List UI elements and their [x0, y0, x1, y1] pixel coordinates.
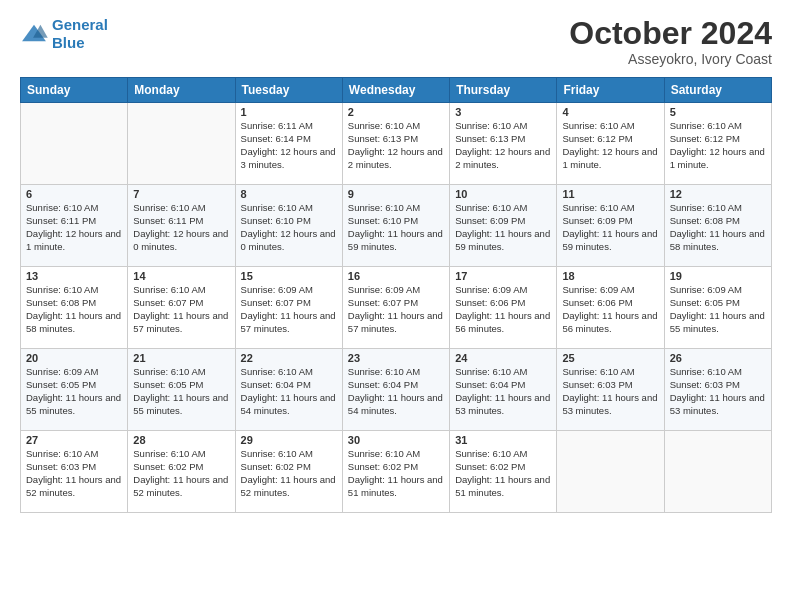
day-info: Sunrise: 6:10 AMSunset: 6:11 PMDaylight:… [133, 202, 229, 253]
logo-icon [20, 23, 48, 45]
calendar-week-4: 20Sunrise: 6:09 AMSunset: 6:05 PMDayligh… [21, 349, 772, 431]
calendar-cell [21, 103, 128, 185]
day-number: 23 [348, 352, 444, 364]
day-info: Sunrise: 6:10 AMSunset: 6:12 PMDaylight:… [562, 120, 658, 171]
day-number: 26 [670, 352, 766, 364]
calendar-cell: 17Sunrise: 6:09 AMSunset: 6:06 PMDayligh… [450, 267, 557, 349]
calendar-cell: 1Sunrise: 6:11 AMSunset: 6:14 PMDaylight… [235, 103, 342, 185]
day-info: Sunrise: 6:10 AMSunset: 6:08 PMDaylight:… [26, 284, 122, 335]
calendar-cell: 25Sunrise: 6:10 AMSunset: 6:03 PMDayligh… [557, 349, 664, 431]
day-info: Sunrise: 6:10 AMSunset: 6:10 PMDaylight:… [348, 202, 444, 253]
col-sunday: Sunday [21, 78, 128, 103]
day-number: 11 [562, 188, 658, 200]
day-info: Sunrise: 6:09 AMSunset: 6:05 PMDaylight:… [26, 366, 122, 417]
calendar-cell: 18Sunrise: 6:09 AMSunset: 6:06 PMDayligh… [557, 267, 664, 349]
day-info: Sunrise: 6:10 AMSunset: 6:03 PMDaylight:… [562, 366, 658, 417]
day-number: 8 [241, 188, 337, 200]
location-subtitle: Asseyokro, Ivory Coast [569, 51, 772, 67]
calendar-cell: 19Sunrise: 6:09 AMSunset: 6:05 PMDayligh… [664, 267, 771, 349]
calendar-cell: 27Sunrise: 6:10 AMSunset: 6:03 PMDayligh… [21, 431, 128, 513]
calendar-cell: 2Sunrise: 6:10 AMSunset: 6:13 PMDaylight… [342, 103, 449, 185]
calendar-cell: 21Sunrise: 6:10 AMSunset: 6:05 PMDayligh… [128, 349, 235, 431]
day-number: 4 [562, 106, 658, 118]
month-title: October 2024 [569, 16, 772, 51]
day-number: 15 [241, 270, 337, 282]
day-info: Sunrise: 6:10 AMSunset: 6:03 PMDaylight:… [670, 366, 766, 417]
calendar-cell: 13Sunrise: 6:10 AMSunset: 6:08 PMDayligh… [21, 267, 128, 349]
col-wednesday: Wednesday [342, 78, 449, 103]
day-info: Sunrise: 6:10 AMSunset: 6:09 PMDaylight:… [455, 202, 551, 253]
col-friday: Friday [557, 78, 664, 103]
calendar-cell: 30Sunrise: 6:10 AMSunset: 6:02 PMDayligh… [342, 431, 449, 513]
calendar-week-1: 1Sunrise: 6:11 AMSunset: 6:14 PMDaylight… [21, 103, 772, 185]
page: General Blue October 2024 Asseyokro, Ivo… [0, 0, 792, 612]
day-number: 2 [348, 106, 444, 118]
logo-text: General Blue [52, 16, 108, 52]
calendar-cell: 3Sunrise: 6:10 AMSunset: 6:13 PMDaylight… [450, 103, 557, 185]
logo: General Blue [20, 16, 108, 52]
day-info: Sunrise: 6:10 AMSunset: 6:02 PMDaylight:… [455, 448, 551, 499]
calendar-cell: 26Sunrise: 6:10 AMSunset: 6:03 PMDayligh… [664, 349, 771, 431]
day-info: Sunrise: 6:10 AMSunset: 6:02 PMDaylight:… [348, 448, 444, 499]
day-info: Sunrise: 6:10 AMSunset: 6:05 PMDaylight:… [133, 366, 229, 417]
calendar-cell: 14Sunrise: 6:10 AMSunset: 6:07 PMDayligh… [128, 267, 235, 349]
day-number: 28 [133, 434, 229, 446]
col-thursday: Thursday [450, 78, 557, 103]
day-info: Sunrise: 6:09 AMSunset: 6:06 PMDaylight:… [562, 284, 658, 335]
day-info: Sunrise: 6:10 AMSunset: 6:12 PMDaylight:… [670, 120, 766, 171]
day-number: 13 [26, 270, 122, 282]
day-info: Sunrise: 6:10 AMSunset: 6:10 PMDaylight:… [241, 202, 337, 253]
day-info: Sunrise: 6:09 AMSunset: 6:07 PMDaylight:… [241, 284, 337, 335]
day-info: Sunrise: 6:10 AMSunset: 6:03 PMDaylight:… [26, 448, 122, 499]
calendar-cell: 5Sunrise: 6:10 AMSunset: 6:12 PMDaylight… [664, 103, 771, 185]
day-number: 27 [26, 434, 122, 446]
calendar-cell: 7Sunrise: 6:10 AMSunset: 6:11 PMDaylight… [128, 185, 235, 267]
day-info: Sunrise: 6:10 AMSunset: 6:11 PMDaylight:… [26, 202, 122, 253]
calendar-cell [557, 431, 664, 513]
day-number: 7 [133, 188, 229, 200]
logo-blue: Blue [52, 34, 85, 51]
day-info: Sunrise: 6:10 AMSunset: 6:02 PMDaylight:… [133, 448, 229, 499]
day-number: 19 [670, 270, 766, 282]
day-number: 16 [348, 270, 444, 282]
day-number: 21 [133, 352, 229, 364]
day-info: Sunrise: 6:10 AMSunset: 6:09 PMDaylight:… [562, 202, 658, 253]
day-number: 30 [348, 434, 444, 446]
calendar-header: Sunday Monday Tuesday Wednesday Thursday… [21, 78, 772, 103]
col-saturday: Saturday [664, 78, 771, 103]
day-info: Sunrise: 6:10 AMSunset: 6:08 PMDaylight:… [670, 202, 766, 253]
day-info: Sunrise: 6:09 AMSunset: 6:05 PMDaylight:… [670, 284, 766, 335]
calendar-cell [664, 431, 771, 513]
calendar-cell: 4Sunrise: 6:10 AMSunset: 6:12 PMDaylight… [557, 103, 664, 185]
day-number: 1 [241, 106, 337, 118]
calendar-cell: 8Sunrise: 6:10 AMSunset: 6:10 PMDaylight… [235, 185, 342, 267]
day-info: Sunrise: 6:10 AMSunset: 6:04 PMDaylight:… [241, 366, 337, 417]
day-info: Sunrise: 6:10 AMSunset: 6:04 PMDaylight:… [348, 366, 444, 417]
weekday-row: Sunday Monday Tuesday Wednesday Thursday… [21, 78, 772, 103]
calendar-week-3: 13Sunrise: 6:10 AMSunset: 6:08 PMDayligh… [21, 267, 772, 349]
calendar-table: Sunday Monday Tuesday Wednesday Thursday… [20, 77, 772, 513]
day-number: 20 [26, 352, 122, 364]
calendar-week-5: 27Sunrise: 6:10 AMSunset: 6:03 PMDayligh… [21, 431, 772, 513]
calendar-cell: 29Sunrise: 6:10 AMSunset: 6:02 PMDayligh… [235, 431, 342, 513]
day-info: Sunrise: 6:10 AMSunset: 6:07 PMDaylight:… [133, 284, 229, 335]
day-number: 24 [455, 352, 551, 364]
day-number: 29 [241, 434, 337, 446]
calendar-cell: 23Sunrise: 6:10 AMSunset: 6:04 PMDayligh… [342, 349, 449, 431]
day-info: Sunrise: 6:11 AMSunset: 6:14 PMDaylight:… [241, 120, 337, 171]
calendar-cell: 6Sunrise: 6:10 AMSunset: 6:11 PMDaylight… [21, 185, 128, 267]
calendar-cell [128, 103, 235, 185]
calendar-cell: 22Sunrise: 6:10 AMSunset: 6:04 PMDayligh… [235, 349, 342, 431]
day-info: Sunrise: 6:10 AMSunset: 6:02 PMDaylight:… [241, 448, 337, 499]
day-info: Sunrise: 6:10 AMSunset: 6:13 PMDaylight:… [455, 120, 551, 171]
col-tuesday: Tuesday [235, 78, 342, 103]
calendar-cell: 15Sunrise: 6:09 AMSunset: 6:07 PMDayligh… [235, 267, 342, 349]
header: General Blue October 2024 Asseyokro, Ivo… [20, 16, 772, 67]
calendar-cell: 24Sunrise: 6:10 AMSunset: 6:04 PMDayligh… [450, 349, 557, 431]
calendar-body: 1Sunrise: 6:11 AMSunset: 6:14 PMDaylight… [21, 103, 772, 513]
day-number: 17 [455, 270, 551, 282]
calendar-cell: 12Sunrise: 6:10 AMSunset: 6:08 PMDayligh… [664, 185, 771, 267]
day-info: Sunrise: 6:09 AMSunset: 6:07 PMDaylight:… [348, 284, 444, 335]
day-info: Sunrise: 6:10 AMSunset: 6:13 PMDaylight:… [348, 120, 444, 171]
day-number: 12 [670, 188, 766, 200]
